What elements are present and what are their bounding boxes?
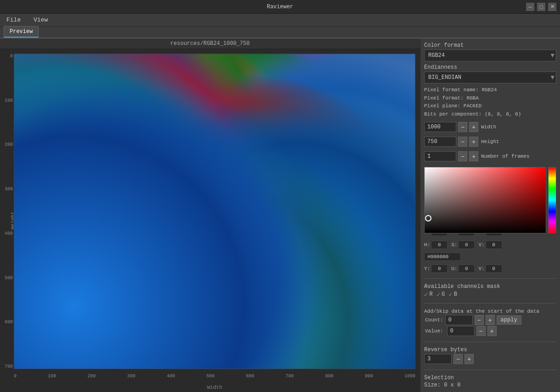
divider-4 — [424, 370, 556, 370]
x-tick-100: 100 — [48, 374, 56, 383]
value-increase-button[interactable]: + — [487, 326, 497, 336]
channels-mask-label: Available channels mask — [424, 283, 556, 290]
height-increase-button[interactable]: + — [469, 137, 478, 147]
x-tick-0: 0 — [14, 374, 17, 383]
y-input[interactable] — [431, 265, 448, 273]
reverse-bytes-label: Reverse bytes — [424, 347, 556, 353]
value-input[interactable] — [447, 326, 475, 336]
menubar: File View — [0, 14, 560, 27]
reverse-bytes-increase-button[interactable]: + — [465, 354, 474, 364]
right-panel: Color format RGB24 ▼ Endianness BIG_ENDI… — [420, 39, 560, 392]
reverse-bytes-input[interactable] — [424, 354, 452, 364]
count-label: Count: — [425, 317, 443, 323]
x-axis: 0 100 200 300 400 500 600 700 800 900 10… — [14, 374, 415, 383]
s-value-item: S: — [451, 241, 475, 249]
v2-input[interactable] — [486, 265, 502, 273]
y-tick-200: 200 — [1, 142, 13, 147]
y-tick-100: 100 — [1, 98, 13, 103]
endianness-section: Endianness BIG_ENDIAN ▼ — [424, 64, 556, 83]
pixel-format: Pixel format: RGBA — [424, 94, 556, 103]
channel-b-item: ✓ B — [448, 291, 457, 298]
hex-row — [424, 253, 556, 261]
pixel-format-name: Pixel format name: RGB24 — [424, 86, 556, 94]
color-format-dropdown-container: RGB24 ▼ — [424, 50, 556, 61]
hue-bar-canvas[interactable] — [548, 167, 556, 233]
menu-file[interactable]: File — [4, 16, 23, 24]
frames-increase-button[interactable]: + — [469, 151, 478, 161]
width-axis-label: Width — [14, 385, 415, 390]
image-panel: resources/RGB24_1000_750 700 600 500 400… — [0, 39, 420, 392]
s-label: S: — [451, 242, 457, 248]
height-input[interactable] — [424, 137, 456, 147]
y-tick-600: 600 — [1, 320, 13, 325]
value-decrease-button[interactable]: − — [476, 326, 486, 336]
count-decrease-button[interactable]: − — [475, 315, 484, 325]
color-gradient-canvas[interactable] — [424, 167, 546, 233]
app-title: Raviewer — [267, 4, 293, 10]
u-label: U: — [451, 266, 457, 271]
channel-g-item: ✓ G — [437, 291, 445, 298]
selection-size: Size: 0 x 0 — [424, 382, 556, 388]
channel-g-label: G — [442, 291, 445, 298]
h-value-item: H: — [424, 241, 448, 249]
canvas-area[interactable] — [14, 54, 415, 369]
height-row: − + Height — [424, 137, 556, 147]
x-tick-400: 400 — [167, 374, 175, 383]
add-skip-label: Add/Skip data at the start of the data — [424, 309, 556, 314]
u-input[interactable] — [458, 265, 475, 273]
maximize-button[interactable]: □ — [537, 3, 545, 11]
y-tick-400: 400 — [1, 231, 13, 236]
v-label: V: — [478, 242, 484, 248]
reverse-bytes-decrease-button[interactable]: − — [454, 354, 463, 364]
bits-per-component: Bits per component: (8, 8, 8, 0) — [424, 110, 556, 119]
divider-1 — [424, 278, 556, 279]
v2-value-item: V: — [478, 265, 502, 273]
preview-image[interactable] — [14, 54, 415, 369]
height-decrease-button[interactable]: − — [458, 137, 467, 147]
y-tick-500: 500 — [1, 276, 13, 281]
divider-2 — [424, 303, 556, 304]
close-button[interactable]: ✕ — [548, 3, 556, 11]
endianness-dropdown-container: BIG_ENDIAN ▼ — [424, 72, 556, 83]
reverse-bytes-row: − + — [424, 354, 556, 364]
channel-b-check-icon: ✓ — [448, 291, 452, 298]
width-decrease-button[interactable]: − — [458, 122, 467, 132]
count-increase-button[interactable]: + — [486, 315, 495, 325]
frames-decrease-button[interactable]: − — [458, 151, 467, 161]
x-tick-900: 900 — [365, 374, 373, 383]
endianness-dropdown[interactable]: BIG_ENDIAN — [424, 72, 556, 83]
image-filename: resources/RGB24_1000_750 — [0, 39, 420, 49]
channel-r-label: R — [429, 291, 432, 298]
reverse-bytes-section: Reverse bytes − + — [424, 347, 556, 365]
v-input[interactable] — [486, 241, 502, 249]
apply-button[interactable]: apply — [497, 315, 521, 325]
h-input[interactable] — [431, 241, 448, 249]
channel-r-item: ✓ R — [424, 291, 433, 298]
h-label: H: — [424, 242, 430, 248]
tab-preview[interactable]: Preview — [4, 26, 39, 38]
yuv-row: Y: U: V: — [424, 265, 556, 273]
hex-input[interactable] — [424, 253, 461, 261]
image-container[interactable]: 700 600 500 400 300 200 100 0 Height 0 1… — [0, 49, 420, 392]
y-tick-300: 300 — [1, 187, 13, 192]
frames-input[interactable] — [424, 151, 456, 161]
y-value-item: Y: — [424, 265, 448, 273]
x-tick-200: 200 — [88, 374, 96, 383]
color-picker[interactable] — [424, 167, 556, 222]
selection-label: Selection — [424, 375, 556, 381]
count-input[interactable] — [445, 315, 473, 325]
color-format-dropdown[interactable]: RGB24 — [424, 50, 556, 61]
divider-3 — [424, 342, 556, 342]
color-cursor — [425, 215, 431, 221]
x-tick-500: 500 — [206, 374, 214, 383]
frames-label: Number of frames — [481, 154, 530, 159]
width-increase-button[interactable]: + — [469, 122, 478, 132]
v-value-item: V: — [478, 241, 502, 249]
tabbar: Preview — [0, 27, 560, 39]
channels-mask-section: Available channels mask ✓ R ✓ G ✓ B — [424, 283, 556, 298]
menu-view[interactable]: View — [31, 16, 50, 24]
s-input[interactable] — [458, 241, 475, 249]
width-input[interactable] — [424, 122, 456, 132]
minimize-button[interactable]: ─ — [526, 3, 534, 11]
pixel-plane: Pixel plane: PACKED — [424, 102, 556, 110]
